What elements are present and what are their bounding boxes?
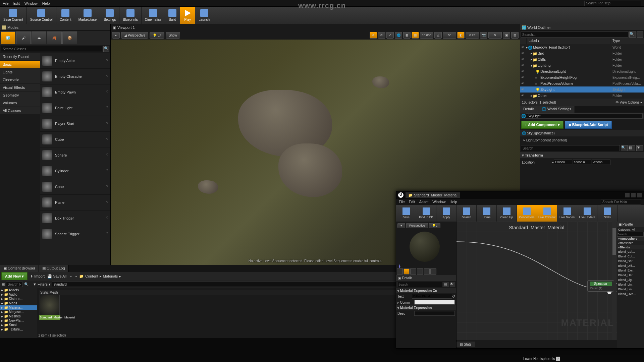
help-icon[interactable]: ? [106,90,108,95]
instance-row[interactable]: 🌐 SkyLight(Instance) [520,130,644,136]
translate-gizmo-button[interactable]: ✥ [370,32,377,39]
material-window-titlebar[interactable]: U 📁 Standard_Master_Material [396,191,644,199]
cb-folder-megasc[interactable]: ▸ 📁 Megasc… [0,310,37,314]
cb-folder-meshes[interactable]: ▸ 📁 Meshes [0,314,37,318]
blueprint-add-script-button[interactable]: ◆ Blueprint/Add Script [565,121,612,129]
actor-item-box-trigger[interactable]: Box Trigger? [40,210,110,226]
actor-item-sphere[interactable]: Sphere? [40,147,110,163]
lit-dropdown[interactable]: 💡Lit [150,32,164,39]
help-icon[interactable]: ? [106,184,108,189]
help-icon[interactable]: ? [106,58,108,63]
stats-tab-label[interactable]: ▤ Stats [457,342,475,347]
mat-home-button[interactable]: Home [477,205,497,222]
visibility-icon[interactable]: 👁 [521,88,526,91]
palette-item[interactable]: Blend_Lin… [617,287,644,292]
geometry-mode-icon[interactable]: 📦 [62,32,77,44]
outliner-search-input[interactable] [521,32,629,38]
details-view-options[interactable]: ▤ [629,145,635,151]
mat-live-nodes-button[interactable]: Live Nodes [557,205,577,222]
actor-item-plane[interactable]: Plane? [40,195,110,210]
help-icon[interactable]: ? [106,74,108,79]
outliner-col-type[interactable]: Type [610,38,644,44]
palette-group-atmosphere[interactable]: ▿Atmosphere [617,237,644,241]
cb-folder-distanc[interactable]: ▸ 📁 Distanc… [0,297,37,301]
mat-menu-file[interactable]: File [399,200,405,204]
cb-folder-texture[interactable]: ▸ 📁 Texture… [0,327,37,331]
mat-live-preview-button[interactable]: Live Preview [537,205,557,222]
tab-content-browser[interactable]: ▣ Content Browser [0,265,39,272]
category-lights[interactable]: Lights [0,68,40,76]
visibility-icon[interactable]: 👁 [521,52,526,55]
palette-item[interactable]: Blend_Col… [617,249,644,254]
save-all-button[interactable]: 💾 Save All [47,274,66,279]
outliner-row-other[interactable]: 👁▸ 📁OtherFolder [520,93,644,99]
outliner-row-meadow-final-editor-[interactable]: 👁▸ 🌐Meadow_Final (Editor)World [520,44,644,50]
mat-menu-edit[interactable]: Edit [409,200,415,204]
mat-menu-asset[interactable]: Asset [419,200,429,204]
viewport-layout-button[interactable]: ▤ [511,32,519,39]
grid-snap-toggle[interactable]: ▦ [412,32,419,39]
menu-help[interactable]: Help [42,1,50,5]
category-all-classes[interactable]: All Classes [0,107,40,115]
mat-menu-window[interactable]: Window [432,200,445,204]
actor-item-empty-pawn[interactable]: Empty Pawn? [40,84,110,100]
mat-details-view-icon[interactable]: ▤ [443,282,449,287]
category-volumes[interactable]: Volumes [0,99,40,107]
cube-shape-button[interactable] [417,268,423,275]
actor-item-cylinder[interactable]: Cylinder? [40,163,110,179]
menu-window[interactable]: Window [24,1,38,5]
palette-group-blends[interactable]: ▿Blends [617,245,644,249]
outliner-row-lighting[interactable]: 👁▾ 📁LightingFolder [520,62,644,68]
modes-tab[interactable]: Modes [0,24,110,31]
details-search-input[interactable] [521,145,620,151]
actor-item-player-start[interactable]: Player Start? [40,116,110,132]
cb-tree-search[interactable] [6,282,23,287]
help-icon[interactable]: ? [106,153,108,158]
mat-cleanup-button[interactable]: Clean Up [497,205,517,222]
view-options-button[interactable]: 👁 View Options ▾ [615,101,642,104]
window-max-icon[interactable] [631,193,636,197]
palette-item[interactable]: Blend_Lin… [617,282,644,287]
tab-world-settings[interactable]: 🌐 World Settings [538,106,575,113]
cb-folder-assets[interactable]: ▸ 📁 Assets [0,288,37,292]
outliner-tab[interactable]: 🌐World Outliner [520,24,644,31]
landscape-mode-icon[interactable]: ⛰ [32,32,46,44]
save-current-button[interactable]: Save Current [0,7,27,24]
import-button[interactable]: ⬇ Import [30,274,45,279]
modes-search-input[interactable] [1,46,102,52]
viewport-tab[interactable]: ▣ Viewport 1 [111,24,520,31]
outliner-add-button[interactable]: + [637,32,643,38]
category-recently-placed[interactable]: Recently Placed [0,53,40,61]
cb-tree-toggle[interactable]: ▤ [1,282,5,287]
palette-tab[interactable]: ▣ Palette [617,222,644,227]
cylinder-shape-button[interactable] [397,268,403,275]
visibility-icon[interactable]: 👁 [521,94,526,97]
mat-details-tab[interactable]: ▣ Details [396,275,456,281]
mat-expr2-section[interactable]: ▿ Material Expression [396,305,456,310]
paint-mode-icon[interactable]: 🖌 [16,32,31,44]
mat-preview-options[interactable]: ▾ [397,223,405,228]
help-icon[interactable]: ? [106,121,108,126]
material-preview[interactable]: ▾Perspective💡L ╋ [396,222,456,275]
mat-find-button[interactable]: Find in CB [416,205,436,222]
scale-snap-value[interactable]: 0.25 [466,32,479,39]
help-icon[interactable]: ? [106,216,108,221]
location-y-input[interactable] [573,160,591,165]
details-search-icon[interactable]: 🔍 [621,145,628,151]
palette-search-input[interactable] [617,232,644,237]
actor-item-empty-character[interactable]: Empty Character? [40,69,110,84]
outliner-row-bird[interactable]: 👁▸ 📁BirdFolder [520,50,644,56]
mat-desc-input[interactable] [414,311,455,316]
details-eye-icon[interactable]: 👁 [636,145,643,151]
add-new-button[interactable]: Add New ▾ [1,272,28,280]
visibility-icon[interactable]: 👁 [521,76,526,79]
help-icon[interactable]: ? [106,232,108,236]
inherited-component-row[interactable]: ⤷ LightComponent (Inherited) [520,136,644,144]
scale-snap-toggle[interactable]: ◧ [457,32,465,39]
bc-back[interactable]: ← [69,274,73,278]
palette-item[interactable]: Blend_Dar… [617,259,644,263]
cb-folder-newpla[interactable]: ▸ 📁 NewPla… [0,318,37,323]
visibility-icon[interactable]: 👁 [521,82,526,85]
coord-space-button[interactable]: 🌐 [395,32,402,39]
palette-item[interactable]: Blend_Lig… [617,278,644,282]
